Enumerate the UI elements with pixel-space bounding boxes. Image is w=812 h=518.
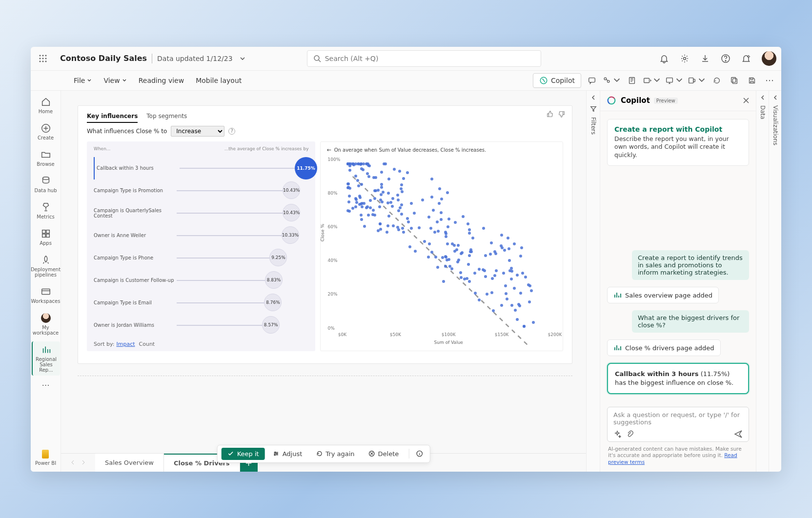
svg-point-10 [683, 57, 686, 60]
svg-point-34 [275, 452, 276, 453]
thumbs-down-icon[interactable] [558, 111, 565, 118]
rail-deployment[interactable]: Deployment pipelines [32, 252, 60, 280]
send-icon[interactable] [734, 430, 743, 438]
share-icon[interactable] [603, 74, 621, 87]
menu-reading-view[interactable]: Reading view [135, 75, 188, 86]
page-nav[interactable] [61, 454, 95, 472]
info-icon[interactable] [413, 448, 426, 459]
bell-icon[interactable] [659, 54, 669, 63]
rail-home[interactable]: Home [32, 94, 60, 117]
keep-it-button[interactable]: Keep it [222, 448, 265, 460]
rail-more-icon[interactable]: ⋯ [42, 380, 50, 390]
page-tab-sales-overview[interactable]: Sales Overview [95, 454, 164, 472]
visualizations-pane-collapsed[interactable]: Visualizations [769, 91, 781, 472]
sparkle-icon[interactable] [613, 430, 621, 438]
refresh-icon[interactable] [710, 74, 724, 87]
thumbs-up-icon[interactable] [547, 111, 553, 118]
title-block: Contoso Daily Sales Data updated 1/12/23 [60, 54, 245, 63]
key-influencers-visual[interactable]: Key influencers Top segments What influe… [78, 105, 572, 364]
svg-point-9 [314, 56, 319, 60]
avatar[interactable] [762, 51, 776, 66]
svg-point-35 [276, 453, 277, 454]
influencer-row[interactable]: Campaign Type is Email 8.76% [94, 292, 308, 314]
help-icon[interactable] [721, 54, 731, 63]
chart-icon [613, 291, 621, 299]
chevron-down-icon[interactable] [240, 56, 245, 61]
chevron-left-icon[interactable] [590, 95, 596, 100]
rail-create[interactable]: Create [32, 120, 60, 143]
svg-point-5 [45, 58, 47, 59]
save-icon[interactable] [745, 74, 759, 87]
menu-view[interactable]: View [100, 75, 130, 86]
adjust-button[interactable]: Adjust [267, 448, 308, 460]
svg-point-4 [42, 58, 44, 59]
scatter-chart: ←On average when Sum of Value decreases,… [320, 141, 563, 351]
close-icon[interactable] [742, 97, 750, 104]
comment-icon[interactable] [585, 74, 599, 87]
header-icons [659, 51, 776, 66]
help-icon[interactable]: ? [228, 128, 235, 135]
tab-key-influencers[interactable]: Key influencers [87, 113, 138, 123]
ai-chip-1[interactable]: Sales overview page added [607, 287, 719, 303]
sort-impact[interactable]: Impact [116, 341, 135, 347]
rail-browse[interactable]: Browse [32, 146, 60, 170]
tab-top-segments[interactable]: Top segments [146, 113, 187, 123]
svg-rect-32 [41, 289, 50, 294]
svg-rect-31 [46, 234, 49, 237]
chevron-left-icon[interactable] [760, 95, 766, 100]
copy-icon[interactable] [728, 74, 741, 87]
influence-question: What influences Close % to [87, 128, 167, 135]
bell-spark-icon[interactable] [741, 54, 751, 63]
svg-point-36 [274, 455, 275, 456]
influencer-row[interactable]: Campaign Type is Phone 9.25% [94, 247, 308, 269]
influencer-row[interactable]: Owner is Anne Weiler 10.33% [94, 224, 308, 247]
rail-regional-sales[interactable]: Regional Sales Rep... [32, 341, 60, 376]
influencer-row[interactable]: Campaign is Customer Follow-up 8.83% [94, 269, 308, 292]
gear-icon[interactable] [680, 54, 690, 63]
sort-count[interactable]: Count [139, 341, 155, 347]
rail-workspaces[interactable]: Workspaces [32, 283, 60, 307]
back-icon[interactable]: ← [326, 147, 331, 153]
ai-insight-message: Callback within 3 hours (11.75%) has the… [607, 363, 749, 394]
menu-file[interactable]: File [70, 75, 96, 86]
powerbi-logo-icon [42, 450, 49, 458]
separator [152, 54, 152, 63]
left-rail: Home Create Browse Data hub Metrics Apps… [31, 91, 61, 472]
svg-point-12 [725, 60, 726, 61]
search-input[interactable]: Search (Alt +Q) [307, 50, 541, 67]
copilot-input[interactable]: Ask a question or request, or type '/' f… [607, 407, 749, 442]
rail-datahub[interactable]: Data hub [32, 173, 60, 196]
rail-metrics[interactable]: Metrics [32, 199, 60, 222]
ai-chip-2[interactable]: Close % drivers page added [607, 339, 721, 356]
copilot-button[interactable]: Copilot [533, 73, 581, 88]
influencer-row[interactable]: Owner is Jordan Williams 8.57% [94, 314, 308, 337]
data-pane-collapsed[interactable]: Data [756, 91, 769, 472]
teams-icon[interactable] [688, 74, 706, 87]
svg-rect-21 [693, 79, 695, 81]
svg-line-33 [353, 176, 529, 346]
svg-rect-17 [629, 77, 635, 83]
report-subtitle: Data updated 1/12/23 [157, 55, 233, 62]
svg-rect-28 [42, 230, 45, 233]
attach-icon[interactable] [626, 430, 634, 438]
more-icon[interactable]: ⋯ [763, 74, 776, 87]
app-launcher-icon[interactable] [36, 51, 50, 66]
influencer-row[interactable]: Callback within 3 hours 11.75% [94, 157, 308, 179]
influence-direction-select[interactable]: Increase [171, 126, 224, 137]
rail-apps[interactable]: Apps [32, 225, 60, 249]
menu-mobile-layout[interactable]: Mobile layout [192, 75, 245, 86]
present-icon[interactable] [665, 74, 684, 87]
chevron-left-icon[interactable] [772, 95, 778, 100]
export-icon[interactable] [643, 74, 661, 87]
chart-icon [613, 344, 621, 352]
influencer-row[interactable]: Campaign is QuarterlySales Contest 10.43… [94, 202, 308, 224]
try-again-button[interactable]: Try again [310, 448, 360, 460]
svg-rect-23 [731, 77, 736, 82]
rail-my-workspace[interactable]: My workspace [32, 310, 60, 339]
bookmark-icon[interactable] [625, 74, 639, 87]
influencer-row[interactable]: Campaign Type is Promotion 10.43% [94, 179, 308, 202]
delete-button[interactable]: Delete [363, 448, 405, 460]
copilot-action-bar: Keep it Adjust Try again Delete [217, 445, 430, 463]
filters-pane-collapsed[interactable]: Filters [586, 91, 600, 472]
download-icon[interactable] [700, 54, 710, 63]
